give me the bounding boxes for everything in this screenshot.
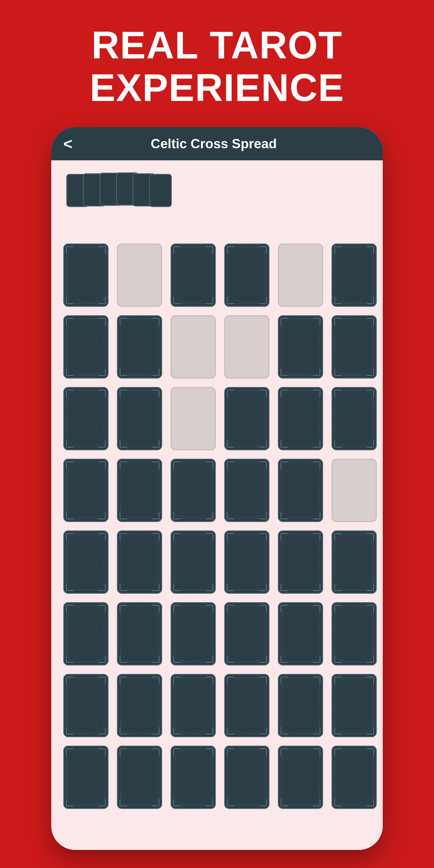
tarot-card[interactable] — [170, 746, 216, 809]
card-row — [63, 315, 371, 378]
tarot-card[interactable] — [117, 674, 162, 737]
tarot-card[interactable] — [170, 530, 216, 594]
tarot-card[interactable] — [332, 674, 377, 737]
card-row — [63, 459, 371, 522]
card-row — [63, 387, 371, 450]
tarot-card[interactable] — [224, 459, 270, 522]
nav-bar: < Celtic Cross Spread — [51, 127, 383, 160]
tarot-card[interactable] — [63, 244, 108, 307]
tarot-card[interactable] — [224, 244, 270, 307]
tarot-card[interactable] — [278, 315, 323, 378]
tarot-card[interactable] — [332, 530, 377, 594]
tarot-card[interactable] — [170, 315, 216, 378]
tarot-card[interactable] — [278, 602, 323, 665]
tarot-card[interactable] — [278, 746, 323, 809]
tarot-card[interactable] — [224, 746, 270, 809]
phone-container: < Celtic Cross Spread — [51, 127, 383, 850]
tarot-card[interactable] — [332, 315, 377, 378]
tarot-card[interactable] — [332, 602, 377, 665]
tarot-card[interactable] — [117, 315, 162, 378]
tarot-card[interactable] — [224, 674, 270, 737]
tarot-card[interactable] — [117, 387, 162, 450]
tarot-card[interactable] — [63, 459, 108, 522]
tarot-card[interactable] — [117, 244, 162, 307]
content-area — [51, 160, 383, 850]
tarot-card[interactable] — [170, 674, 216, 737]
hero-text: REAL TAROT EXPERIENCE — [90, 24, 344, 109]
tarot-card[interactable] — [170, 602, 216, 665]
tarot-card[interactable] — [332, 387, 377, 450]
tarot-card[interactable] — [224, 315, 270, 378]
tarot-card[interactable] — [117, 602, 162, 665]
tarot-card[interactable] — [170, 459, 216, 522]
tarot-card[interactable] — [63, 315, 108, 378]
tarot-card[interactable] — [117, 746, 162, 809]
card-row — [63, 530, 371, 594]
tarot-card[interactable] — [63, 602, 108, 665]
tarot-card[interactable] — [170, 244, 216, 307]
tarot-card[interactable] — [63, 674, 108, 737]
cards-grid — [63, 244, 371, 809]
tarot-card[interactable] — [117, 530, 162, 594]
tarot-card[interactable] — [170, 387, 216, 450]
nav-title: Celtic Cross Spread — [82, 136, 346, 151]
stacked-card[interactable] — [149, 174, 172, 207]
card-row — [63, 602, 371, 665]
tarot-card[interactable] — [224, 530, 270, 594]
tarot-card[interactable] — [117, 459, 162, 522]
tarot-card[interactable] — [63, 530, 108, 594]
card-row — [63, 674, 371, 737]
card-row — [63, 746, 371, 809]
stacked-card-group — [66, 173, 181, 233]
tarot-card[interactable] — [332, 746, 377, 809]
tarot-card[interactable] — [278, 459, 323, 522]
tarot-card[interactable] — [224, 387, 270, 450]
back-button[interactable]: < — [63, 136, 72, 152]
tarot-card[interactable] — [278, 387, 323, 450]
tarot-card[interactable] — [63, 746, 108, 809]
hero-line2: EXPERIENCE — [90, 67, 344, 109]
tarot-card[interactable] — [278, 674, 323, 737]
tarot-card[interactable] — [224, 602, 270, 665]
tarot-card[interactable] — [63, 387, 108, 450]
hero-line1: REAL TAROT — [90, 24, 344, 67]
stacked-cards-row — [63, 173, 371, 233]
tarot-card[interactable] — [278, 530, 323, 594]
tarot-card[interactable] — [332, 244, 377, 307]
tarot-card[interactable] — [332, 459, 377, 522]
tarot-card[interactable] — [278, 244, 323, 307]
card-row — [63, 244, 371, 307]
